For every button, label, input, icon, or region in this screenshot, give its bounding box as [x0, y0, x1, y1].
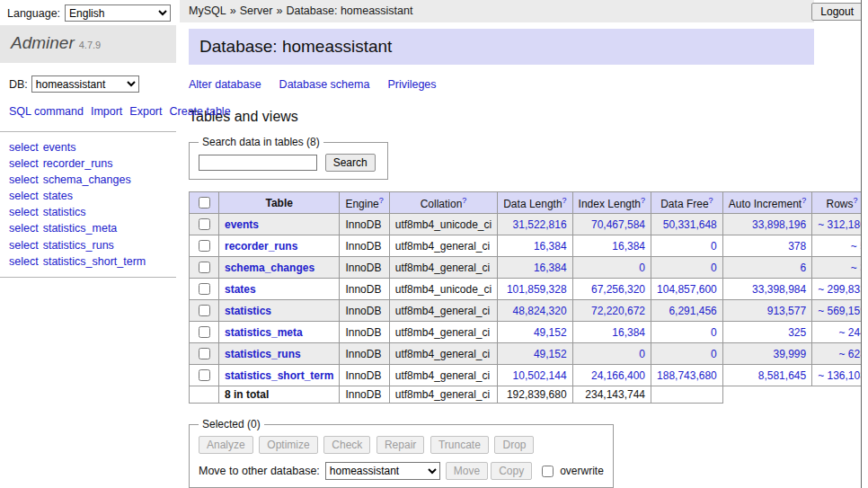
select-link[interactable]: select — [9, 222, 39, 235]
check-button[interactable]: Check — [323, 436, 370, 454]
help-link[interactable]: ? — [641, 196, 645, 205]
row-checkbox[interactable] — [199, 283, 210, 295]
index-length-link[interactable]: 0 — [639, 348, 645, 360]
data-length-link[interactable]: 49,152 — [534, 348, 567, 360]
breadcrumb-server-link[interactable]: Server — [240, 4, 273, 17]
table-name-link[interactable]: statistics_short_term — [225, 369, 333, 382]
auto-increment-link[interactable]: 913,577 — [767, 305, 806, 317]
select-all-checkbox[interactable] — [199, 197, 210, 209]
help-link[interactable]: ? — [709, 196, 713, 205]
scrollbar-track[interactable] — [861, 0, 868, 488]
table-name-link[interactable]: states — [225, 283, 256, 296]
rows-count-link[interactable]: ~ 569,159 — [818, 305, 866, 317]
copy-button[interactable]: Copy — [491, 462, 532, 480]
move-db-select[interactable]: homeassistant — [325, 462, 440, 480]
select-link[interactable]: select — [9, 173, 39, 186]
table-name-link[interactable]: statistics — [225, 305, 271, 317]
help-link[interactable]: ? — [379, 196, 384, 205]
data-length-link[interactable]: 49,152 — [534, 326, 567, 339]
select-link[interactable]: select — [9, 206, 39, 218]
move-button[interactable]: Move — [446, 462, 488, 480]
data-free-link[interactable]: 0 — [711, 240, 717, 253]
data-free-link[interactable]: 0 — [711, 326, 717, 339]
auto-increment-link[interactable]: 33,398,984 — [752, 283, 806, 296]
analyze-button[interactable]: Analyze — [199, 436, 253, 454]
table-name-link[interactable]: recorder_runs — [225, 240, 297, 253]
index-length-link[interactable]: 67,256,320 — [591, 283, 645, 296]
alter-database-link[interactable]: Alter database — [189, 78, 261, 91]
help-link[interactable]: ? — [462, 196, 466, 205]
auto-increment-link[interactable]: 33,898,196 — [752, 218, 806, 231]
select-link[interactable]: select — [9, 239, 39, 252]
sidebar-link-import[interactable]: Import — [91, 105, 122, 118]
data-free-link[interactable]: 188,743,680 — [657, 369, 717, 382]
data-free-link[interactable]: 6,291,456 — [669, 305, 716, 317]
index-length-link[interactable]: 72,220,672 — [591, 305, 645, 317]
table-name-link[interactable]: statistics_meta — [225, 326, 303, 339]
language-select[interactable]: English — [65, 4, 171, 22]
table-link-recorder-runs[interactable]: recorder_runs — [43, 157, 113, 170]
data-length-link[interactable]: 31,522,816 — [513, 218, 567, 231]
rows-count-link[interactable]: ~ 312,180 — [818, 218, 866, 231]
index-length-link[interactable]: 24,166,400 — [591, 369, 645, 382]
index-length-link[interactable]: 16,384 — [612, 326, 645, 339]
row-checkbox[interactable] — [199, 218, 210, 230]
optimize-button[interactable]: Optimize — [259, 436, 317, 454]
sidebar-link-export[interactable]: Export — [129, 105, 162, 118]
breadcrumb-server-type-link[interactable]: MySQL — [189, 4, 226, 17]
auto-increment-link[interactable]: 6 — [800, 262, 806, 274]
table-link-schema-changes[interactable]: schema_changes — [43, 173, 131, 186]
data-length-link[interactable]: 16,384 — [534, 240, 567, 253]
overwrite-checkbox[interactable] — [542, 466, 554, 477]
row-checkbox[interactable] — [199, 240, 210, 252]
privileges-link[interactable]: Privileges — [387, 78, 436, 91]
row-checkbox[interactable] — [199, 369, 210, 381]
rows-count-link[interactable]: ~ 299,833 — [818, 283, 866, 296]
table-link-statistics[interactable]: statistics — [43, 206, 86, 218]
search-input[interactable] — [199, 155, 317, 171]
table-name-link[interactable]: schema_changes — [225, 262, 314, 274]
table-link-statistics-runs[interactable]: statistics_runs — [43, 239, 114, 252]
select-link[interactable]: select — [9, 157, 39, 170]
data-length-link[interactable]: 10,502,144 — [513, 369, 567, 382]
table-link-statistics-short-term[interactable]: statistics_short_term — [43, 255, 146, 268]
help-link[interactable]: ? — [854, 196, 858, 205]
table-name-link[interactable]: statistics_runs — [225, 348, 301, 360]
search-button[interactable]: Search — [325, 154, 376, 172]
db-select[interactable]: homeassistant — [31, 75, 139, 93]
help-link[interactable]: ? — [802, 196, 806, 205]
index-length-link[interactable]: 70,467,584 — [591, 218, 645, 231]
sidebar-link-create-table[interactable]: Create table — [169, 105, 230, 118]
select-link[interactable]: select — [9, 141, 39, 154]
repair-button[interactable]: Repair — [376, 436, 424, 454]
table-link-events[interactable]: events — [43, 141, 76, 154]
truncate-button[interactable]: Truncate — [430, 436, 489, 454]
row-checkbox[interactable] — [199, 348, 210, 359]
data-free-link[interactable]: 0 — [711, 262, 717, 274]
help-link[interactable]: ? — [562, 196, 567, 205]
auto-increment-link[interactable]: 39,999 — [773, 348, 806, 360]
data-length-link[interactable]: 16,384 — [534, 262, 567, 274]
logout-button[interactable]: Logout — [811, 3, 863, 21]
data-free-link[interactable]: 50,331,648 — [663, 218, 717, 231]
row-checkbox[interactable] — [199, 262, 210, 273]
index-length-link[interactable]: 0 — [639, 262, 645, 274]
row-checkbox[interactable] — [199, 305, 210, 316]
select-link[interactable]: select — [9, 190, 39, 202]
database-schema-link[interactable]: Database schema — [279, 78, 370, 91]
sidebar-link-sql-command[interactable]: SQL command — [9, 105, 84, 118]
select-link[interactable]: select — [9, 255, 39, 268]
data-length-link[interactable]: 48,824,320 — [513, 305, 567, 317]
auto-increment-link[interactable]: 325 — [788, 326, 806, 339]
auto-increment-link[interactable]: 378 — [788, 240, 806, 253]
rows-count-link[interactable]: ~ 136,108 — [818, 369, 866, 382]
row-checkbox[interactable] — [199, 326, 210, 338]
data-free-link[interactable]: 0 — [711, 348, 717, 360]
table-link-states[interactable]: states — [43, 190, 73, 202]
index-length-link[interactable]: 16,384 — [612, 240, 645, 253]
table-link-statistics-meta[interactable]: statistics_meta — [43, 222, 118, 235]
drop-button[interactable]: Drop — [494, 436, 534, 454]
data-free-link[interactable]: 104,857,600 — [657, 283, 717, 296]
auto-increment-link[interactable]: 8,581,645 — [758, 369, 806, 382]
table-name-link[interactable]: events — [225, 218, 259, 231]
